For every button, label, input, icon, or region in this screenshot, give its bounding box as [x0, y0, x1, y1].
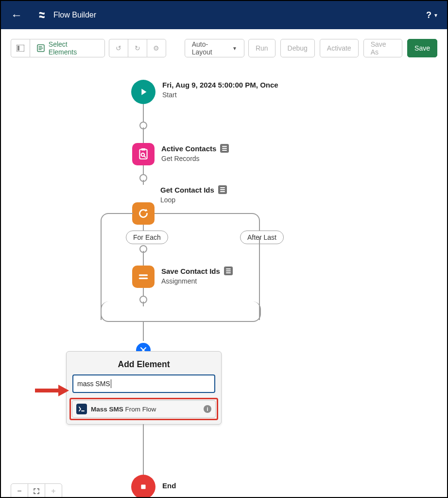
app-title: Flow Builder [53, 11, 96, 19]
text-cursor [111, 379, 111, 388]
sidebar-icon [17, 45, 24, 52]
element-search-input[interactable]: mass SMS [72, 374, 215, 393]
description-icon [218, 185, 227, 194]
flow-node-get-records[interactable]: Active Contacts Get Records [132, 143, 229, 165]
flow-node-loop[interactable] [132, 202, 155, 225]
zoom-in-button[interactable]: + [45, 484, 62, 498]
start-subtitle: Start [162, 91, 278, 99]
save-button[interactable]: Save [407, 39, 437, 57]
activate-button[interactable]: Activate [320, 39, 359, 57]
node-subtitle: Loop [160, 196, 227, 204]
chevron-down-icon: ▼ [433, 13, 438, 18]
start-title: Fri, Aug 9, 2024 5:00:00 PM, Once [162, 81, 278, 89]
loop-for-each-badge: For Each [126, 231, 168, 244]
annotation-arrow [34, 383, 69, 398]
description-icon [224, 267, 233, 275]
svg-rect-14 [141, 484, 145, 489]
flow-node-loop-label: Get Contact Ids Loop [160, 184, 227, 204]
undo-icon: ↺ [116, 44, 121, 52]
debug-button[interactable]: Debug [280, 39, 315, 57]
node-title: Save Contact Ids [161, 267, 220, 275]
toolbar: Select Elements ↺ ↻ ⚙ Auto-Layout ▼ Run … [1, 29, 447, 67]
svg-line-6 [144, 156, 146, 158]
run-button[interactable]: Run [248, 39, 276, 57]
svg-marker-13 [58, 385, 69, 396]
fit-icon [33, 488, 40, 495]
app-header: ← Flow Builder ? ▼ [1, 1, 447, 29]
flow-node-end[interactable]: End [131, 475, 176, 498]
save-as-button[interactable]: Save As [363, 39, 402, 57]
apex-action-icon [76, 404, 87, 414]
panel-title: Add Element [67, 352, 221, 374]
description-icon [220, 144, 229, 153]
element-result-mass-sms[interactable]: Mass SMS From Flow i [72, 400, 216, 418]
end-title: End [162, 481, 176, 490]
flow-node-assignment[interactable]: Save Contact Ids Assignment [132, 266, 233, 288]
play-icon [131, 80, 155, 104]
node-subtitle: Get Records [161, 155, 229, 162]
auto-layout-dropdown[interactable]: Auto-Layout ▼ [185, 39, 244, 57]
back-button[interactable]: ← [9, 8, 24, 22]
node-subtitle: Assignment [161, 277, 233, 285]
help-menu[interactable]: ? ▼ [426, 1, 438, 29]
select-icon [37, 44, 45, 52]
select-elements-button[interactable]: Select Elements [30, 39, 105, 57]
redo-button[interactable]: ↻ [128, 39, 147, 57]
flow-canvas[interactable]: Fri, Aug 9, 2024 5:00:00 PM, Once Start … [1, 67, 447, 498]
chevron-down-icon: ▼ [232, 46, 237, 51]
settings-button[interactable]: ⚙ [147, 39, 166, 57]
zoom-fit-button[interactable] [28, 484, 45, 498]
loop-icon [132, 202, 155, 225]
loop-after-last-badge: After Last [240, 231, 284, 244]
zoom-controls: − + [11, 483, 62, 498]
equals-icon [132, 266, 155, 288]
redo-icon: ↻ [135, 44, 140, 52]
node-title: Active Contacts [161, 144, 216, 153]
auto-layout-label: Auto-Layout [192, 40, 228, 56]
info-icon[interactable]: i [204, 405, 211, 413]
help-icon: ? [426, 10, 431, 20]
undo-button[interactable]: ↺ [109, 39, 128, 57]
toggle-panel-button[interactable] [11, 39, 30, 57]
add-element-panel: Add Element mass SMS Mass SMS From Flow … [66, 351, 222, 425]
select-elements-label: Select Elements [49, 40, 98, 56]
svg-rect-4 [141, 148, 146, 150]
flow-node-start[interactable]: Fri, Aug 9, 2024 5:00:00 PM, Once Start [131, 80, 278, 104]
node-title: Get Contact Ids [160, 186, 214, 194]
gear-icon: ⚙ [153, 44, 159, 52]
app-logo-icon [38, 10, 49, 20]
svg-rect-1 [17, 46, 19, 51]
search-value: mass SMS [77, 380, 110, 388]
clipboard-search-icon [132, 143, 155, 165]
stop-icon [131, 475, 155, 498]
zoom-out-button[interactable]: − [11, 484, 28, 498]
result-label: Mass SMS From Flow [91, 406, 200, 413]
annotation-highlight: Mass SMS From Flow i [69, 398, 218, 420]
